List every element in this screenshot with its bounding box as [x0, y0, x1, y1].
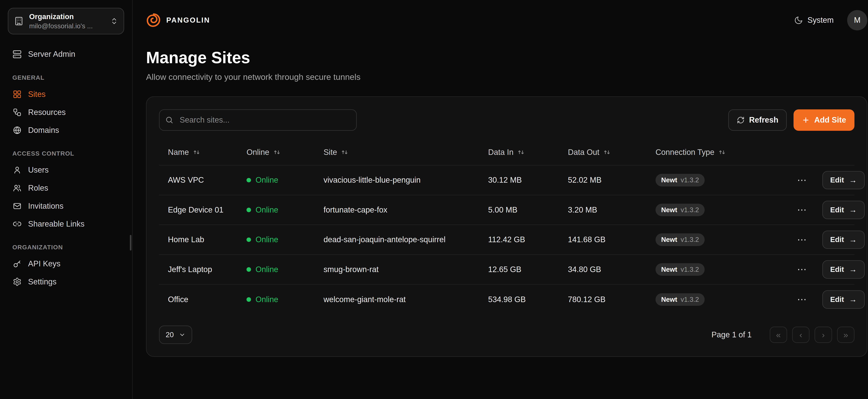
arrow-right-icon: → — [849, 206, 857, 214]
connection-version: v1.3.2 — [681, 206, 699, 214]
status-label: Online — [255, 235, 278, 244]
edit-button[interactable]: Edit→ — [823, 201, 865, 219]
online-dot-icon — [247, 238, 251, 242]
page-info: Page 1 of 1 — [711, 330, 752, 339]
site-tunnel-id: dead-san-joaquin-antelope-squirrel — [323, 235, 488, 244]
server-icon — [12, 50, 22, 59]
add-site-label: Add Site — [814, 116, 846, 124]
column-header-site[interactable]: Site — [323, 148, 488, 157]
row-menu-button[interactable]: ⋯ — [795, 174, 809, 186]
site-name: Office — [168, 295, 247, 304]
edit-button[interactable]: Edit→ — [823, 171, 865, 189]
column-header-name[interactable]: Name — [168, 148, 247, 157]
next-page-button[interactable]: › — [814, 327, 832, 343]
site-name: AWS VPC — [168, 176, 247, 185]
sort-icon — [273, 149, 281, 156]
user-icon — [12, 165, 22, 175]
sort-icon — [193, 149, 200, 156]
card-toolbar: Refresh Add Site — [159, 110, 855, 131]
main-area: PANGOLIN System M Manage Sites Allow con… — [133, 0, 868, 399]
column-header-online[interactable]: Online — [247, 148, 323, 157]
sidebar-item-label: Roles — [28, 184, 48, 192]
page-subtitle: Allow connectivity to your network throu… — [146, 72, 867, 82]
row-menu-button[interactable]: ⋯ — [795, 234, 809, 246]
row-actions: ⋯ Edit→ — [795, 201, 865, 219]
workflow-icon — [12, 108, 22, 117]
last-page-button[interactable]: » — [837, 327, 855, 343]
add-site-button[interactable]: Add Site — [794, 110, 855, 131]
data-in-value: 5.00 MB — [488, 206, 568, 214]
sidebar-item-server-admin[interactable]: Server Admin — [8, 45, 124, 63]
sidebar-item-roles[interactable]: Roles — [8, 180, 124, 196]
sidebar-item-api-keys[interactable]: API Keys — [8, 255, 124, 272]
org-switcher[interactable]: Organization milo@fossorial.io's ... — [8, 8, 124, 34]
sidebar-nav: Server Admin GENERAL Sites Resources Do — [8, 45, 124, 290]
sidebar-item-label: Sites — [28, 90, 45, 99]
previous-page-button[interactable]: ‹ — [792, 327, 809, 343]
column-label: Site — [323, 148, 337, 157]
connection-type-cell: Newtv1.3.2 — [655, 204, 795, 216]
sidebar-item-sites[interactable]: Sites — [8, 86, 124, 103]
sidebar-item-invitations[interactable]: Invitations — [8, 197, 124, 214]
site-status: Online — [247, 265, 323, 274]
sidebar-item-shareable-links[interactable]: Shareable Links — [8, 216, 124, 233]
row-menu-button[interactable]: ⋯ — [795, 294, 809, 305]
search-icon — [165, 116, 174, 124]
connection-type-badge: Newtv1.3.2 — [655, 263, 705, 276]
avatar-initial: M — [854, 16, 861, 25]
column-header-data-out[interactable]: Data Out — [568, 148, 655, 157]
data-out-value: 34.80 GB — [568, 265, 655, 274]
sidebar-item-label: Server Admin — [28, 50, 75, 59]
building-icon — [14, 16, 24, 26]
column-header-data-in[interactable]: Data In — [488, 148, 568, 157]
sort-icon — [341, 149, 348, 156]
sidebar-item-resources[interactable]: Resources — [8, 104, 124, 121]
site-status: Online — [247, 206, 323, 214]
refresh-button[interactable]: Refresh — [728, 110, 786, 131]
column-header-connection-type[interactable]: Connection Type — [655, 148, 795, 157]
row-menu-button[interactable]: ⋯ — [795, 204, 809, 216]
sort-icon — [718, 149, 726, 156]
connection-type-name: Newt — [661, 236, 677, 244]
status-label: Online — [255, 265, 278, 274]
org-label: Organization — [29, 12, 104, 21]
sidebar-scrollbar-thumb[interactable] — [130, 235, 132, 251]
theme-selector[interactable]: System — [794, 16, 834, 25]
brand-name: PANGOLIN — [166, 16, 210, 24]
site-name: Home Lab — [168, 235, 247, 244]
connection-version: v1.3.2 — [681, 176, 699, 184]
edit-button[interactable]: Edit→ — [823, 290, 865, 309]
connection-type-badge: Newtv1.3.2 — [655, 293, 705, 306]
sidebar-item-settings[interactable]: Settings — [8, 273, 124, 290]
edit-button[interactable]: Edit→ — [823, 231, 865, 249]
sidebar-item-label: Users — [28, 165, 49, 175]
connection-type-cell: Newtv1.3.2 — [655, 174, 795, 186]
connection-type-badge: Newtv1.3.2 — [655, 204, 705, 216]
arrow-right-icon: → — [849, 296, 857, 303]
refresh-label: Refresh — [749, 116, 778, 124]
sites-table: Name Online Site Data In — [159, 140, 855, 314]
refresh-icon — [737, 116, 745, 124]
section-heading-organization: ORGANIZATION — [12, 244, 120, 251]
pager: « ‹ › » — [770, 327, 855, 343]
edit-button[interactable]: Edit→ — [823, 260, 865, 279]
avatar[interactable]: M — [847, 10, 867, 30]
arrow-right-icon: → — [849, 266, 857, 273]
first-page-button[interactable]: « — [770, 327, 787, 343]
table-header-row: Name Online Site Data In — [159, 140, 855, 165]
sidebar-item-label: Invitations — [28, 202, 64, 211]
mail-icon — [12, 202, 22, 211]
status-label: Online — [255, 295, 278, 304]
row-menu-button[interactable]: ⋯ — [795, 264, 809, 275]
plus-icon — [802, 116, 810, 124]
online-dot-icon — [247, 208, 251, 212]
row-actions: ⋯ Edit→ — [795, 231, 865, 249]
data-out-value: 780.12 GB — [568, 295, 655, 304]
connection-type-cell: Newtv1.3.2 — [655, 233, 795, 246]
page-size-select[interactable]: 20 — [159, 326, 192, 344]
sidebar-item-domains[interactable]: Domains — [8, 122, 124, 139]
search-input[interactable] — [159, 110, 357, 131]
connection-type-name: Newt — [661, 206, 677, 214]
data-in-value: 534.98 GB — [488, 295, 568, 304]
sidebar-item-users[interactable]: Users — [8, 161, 124, 178]
